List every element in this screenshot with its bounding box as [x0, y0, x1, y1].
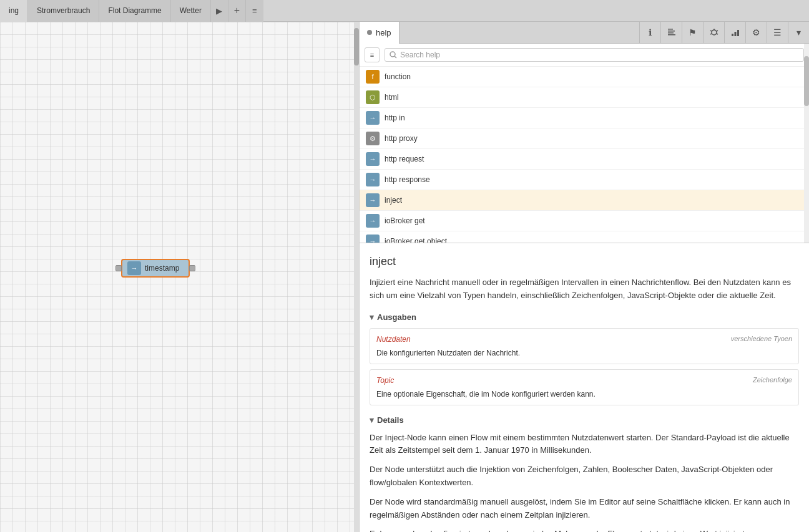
help-tab-label: help — [376, 28, 391, 37]
outputs-section-header[interactable]: ▾ Ausgaben — [370, 311, 799, 324]
node-list-item[interactable]: →http response — [360, 170, 809, 190]
node-port-right — [189, 265, 195, 271]
node-list-item[interactable]: →http in — [360, 108, 809, 128]
search-box[interactable]: Search help — [385, 48, 804, 62]
node-list-item[interactable]: ⬡html — [360, 87, 809, 108]
tabs-bar: ing Stromverbrauch Flot Diagramme Wetter… — [0, 0, 809, 22]
node-list-item-icon: ⚙ — [366, 132, 380, 145]
details-label: Details — [377, 414, 404, 427]
node-body: → timestamp — [121, 259, 190, 278]
svg-rect-12 — [737, 30, 739, 36]
details-paragraph: Der Node unterstützt auch die Injektion … — [370, 463, 799, 490]
canvas-scrollbar-thumb — [354, 28, 359, 65]
node-label: timestamp — [145, 264, 179, 273]
tab-stromverbrauch[interactable]: Stromverbrauch — [28, 0, 99, 22]
list-icon-btn[interactable]: ☰ — [767, 22, 788, 44]
output-item-desc: Die konfigurierten Nutzdaten der Nachric… — [376, 347, 792, 359]
search-icon — [390, 51, 397, 59]
svg-line-9 — [710, 34, 712, 34]
node-list-item[interactable]: →ioBroker get — [360, 211, 809, 231]
flag-icon-btn[interactable]: ⚑ — [682, 22, 703, 44]
tabs-menu-button[interactable]: ≡ — [246, 0, 263, 22]
tab-dot — [367, 30, 372, 35]
node-list-item-name: http response — [385, 175, 430, 184]
output-item-name: Nutzdaten — [376, 334, 411, 345]
info-icon-btn[interactable]: ℹ — [639, 22, 660, 44]
node-list-scrollbar-thumb — [804, 56, 809, 106]
outputs-arrow: ▾ — [370, 311, 374, 324]
output-item-desc: Eine optionale Eigenschaft, die im Node … — [376, 389, 792, 400]
tab-flot-diagramme[interactable]: Flot Diagramme — [99, 0, 170, 22]
search-placeholder: Search help — [400, 51, 440, 59]
node-icon: → — [127, 261, 141, 275]
node-list-item[interactable]: →ioBroker get object — [360, 231, 809, 243]
output-item-type: verschiedene Tyoen — [731, 334, 792, 345]
svg-point-13 — [390, 52, 395, 57]
svg-line-14 — [395, 56, 396, 58]
output-item: TopicZeichenfolgeEine optionale Eigensch… — [370, 369, 799, 405]
svg-rect-3 — [668, 29, 673, 30]
node-list-menu-btn[interactable]: ≡ — [365, 47, 380, 62]
svg-rect-11 — [734, 32, 736, 36]
node-list-item-icon: → — [366, 235, 380, 243]
node-list-item-name: inject — [385, 196, 402, 205]
right-panel-header: help ℹ ⚑ — [360, 22, 809, 44]
chart-icon-btn[interactable] — [724, 22, 745, 44]
node-list-item-icon: ⬡ — [366, 90, 380, 104]
node-list-item[interactable]: →inject — [360, 190, 809, 211]
bug-icon-btn[interactable] — [703, 22, 724, 44]
details-paragraph: Er kann auch so konfiguriert werden, das… — [370, 528, 799, 532]
output-item: Nutzdatenverschiedene TyoenDie konfiguri… — [370, 328, 799, 364]
edit-icon-btn[interactable] — [660, 22, 682, 44]
outputs-label: Ausgaben — [377, 311, 416, 324]
details-paragraph: Der Node wird standardmäßig manuell ausg… — [370, 496, 799, 522]
node-list-item[interactable]: →http request — [360, 149, 809, 170]
help-tab[interactable]: help — [360, 22, 400, 44]
tab-wetter[interactable]: Wetter — [171, 0, 211, 22]
help-title: inject — [370, 253, 799, 270]
canvas-area[interactable]: → timestamp — [0, 22, 359, 532]
node-list-item-name: function — [385, 72, 411, 81]
svg-line-7 — [717, 34, 718, 34]
node-list-item-icon: → — [366, 173, 380, 186]
details-section: ▾ Details Der Inject-Node kann einen Flo… — [370, 414, 799, 532]
right-panel: help ℹ ⚑ — [359, 22, 809, 532]
svg-rect-10 — [732, 34, 733, 36]
main-layout: → timestamp help ℹ — [0, 22, 809, 532]
details-section-header[interactable]: ▾ Details — [370, 414, 799, 427]
output-item-type: Zeichenfolge — [753, 375, 792, 386]
node-list-item-name: ioBroker get — [385, 216, 425, 225]
node-list-toolbar: ≡ Search help — [360, 44, 809, 67]
help-intro: Injiziert eine Nachricht manuell oder in… — [370, 276, 799, 302]
node-list-item-icon: → — [366, 152, 380, 166]
inject-node[interactable]: → timestamp — [115, 259, 195, 278]
tabs-scroll-arrow[interactable]: ▶ — [211, 0, 228, 22]
details-arrow: ▾ — [370, 414, 374, 427]
node-list-item-name: ioBroker get object — [385, 237, 447, 243]
tab-add-button[interactable]: + — [228, 0, 246, 22]
node-list-item-name: http request — [385, 155, 424, 163]
svg-rect-2 — [668, 31, 675, 32]
canvas-scrollbar[interactable] — [354, 22, 359, 532]
output-item-name: Topic — [376, 375, 394, 386]
node-list-item-icon: → — [366, 214, 380, 228]
node-list-panel: ≡ Search help ffunction⬡html→http in⚙htt… — [360, 44, 809, 243]
node-list-item-name: http proxy — [385, 134, 418, 143]
node-list-item[interactable]: ffunction — [360, 67, 809, 87]
outputs-list: Nutzdatenverschiedene TyoenDie konfiguri… — [370, 328, 799, 405]
node-list-item-icon: → — [366, 111, 380, 125]
tab-ing[interactable]: ing — [0, 0, 28, 22]
node-list-scrollbar[interactable] — [804, 44, 809, 243]
svg-rect-1 — [668, 32, 674, 34]
node-list: ffunction⬡html→http in⚙http proxy→http r… — [360, 67, 809, 243]
node-port-left — [115, 265, 122, 271]
settings-icon-btn[interactable]: ⚙ — [745, 22, 767, 44]
svg-line-8 — [710, 31, 712, 31]
dropdown-icon-btn[interactable]: ▾ — [788, 22, 809, 44]
node-list-item-icon: f — [366, 70, 380, 84]
details-content: Der Inject-Node kann einen Flow mit eine… — [370, 432, 799, 532]
node-list-item-name: html — [385, 93, 399, 102]
node-list-item-icon: → — [366, 193, 380, 207]
node-list-item-name: http in — [385, 114, 405, 122]
node-list-item[interactable]: ⚙http proxy — [360, 128, 809, 149]
